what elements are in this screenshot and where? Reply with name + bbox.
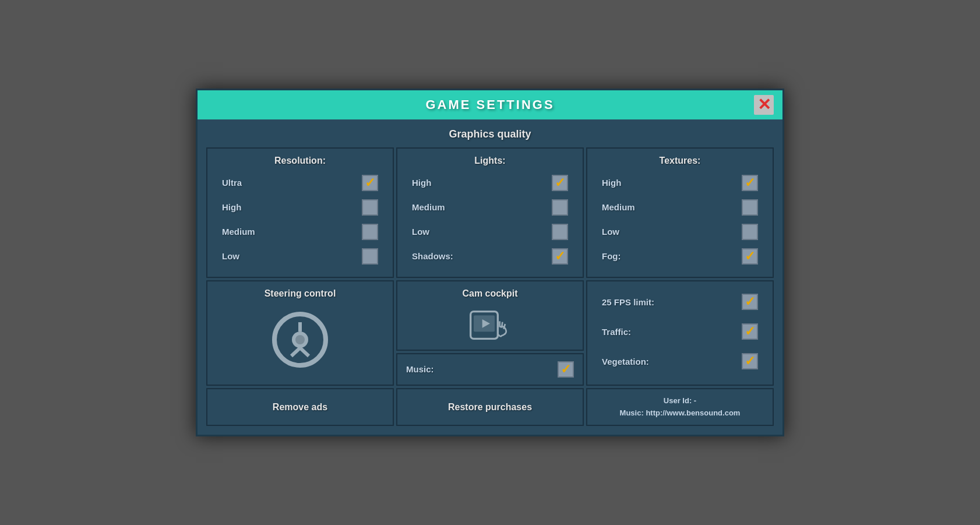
fog-checkbox[interactable] — [742, 248, 758, 265]
resolution-medium-label: Medium — [222, 227, 255, 237]
cam-panel: Cam cockpit — [396, 280, 584, 351]
fps-row: 25 FPS limit: — [596, 291, 764, 313]
music-checkbox[interactable] — [558, 361, 574, 378]
cam-cockpit-icon — [467, 308, 513, 343]
textures-high-label: High — [602, 178, 621, 188]
fog-row: Fog: — [596, 245, 764, 267]
resolution-title: Resolution: — [216, 156, 384, 166]
lights-medium-row: Medium — [406, 196, 574, 219]
restore-purchases-label: Restore purchases — [448, 402, 532, 413]
resolution-high-label: High — [222, 202, 241, 212]
resolution-low-checkbox[interactable] — [362, 248, 378, 265]
fog-label: Fog: — [602, 251, 621, 261]
textures-medium-checkbox[interactable] — [742, 199, 758, 216]
remove-ads-label: Remove ads — [273, 402, 327, 413]
fps-label: 25 FPS limit: — [602, 297, 654, 307]
vegetation-label: Vegetation: — [602, 357, 649, 367]
textures-low-checkbox[interactable] — [742, 224, 758, 240]
dialog-body: Graphics quality Resolution: Ultra High … — [198, 119, 782, 435]
user-id-text: User Id: - — [664, 395, 696, 407]
textures-low-row: Low — [596, 221, 764, 243]
lights-panel: Lights: High Medium Low Shadows: — [396, 147, 584, 278]
resolution-ultra-checkbox[interactable] — [362, 175, 378, 191]
resolution-medium-checkbox[interactable] — [362, 224, 378, 240]
lights-high-row: High — [406, 172, 574, 194]
textures-panel: Textures: High Medium Low Fog: — [586, 147, 774, 278]
resolution-low-label: Low — [222, 251, 239, 261]
vegetation-row: Vegetation: — [596, 350, 764, 372]
textures-high-checkbox[interactable] — [742, 175, 758, 191]
textures-high-row: High — [596, 172, 764, 194]
resolution-ultra-row: Ultra — [216, 172, 384, 194]
svg-point-5 — [295, 335, 305, 344]
lights-medium-checkbox[interactable] — [552, 199, 568, 216]
lights-high-label: High — [412, 178, 431, 188]
graphics-quality-grid: Resolution: Ultra High Medium Low — [206, 147, 774, 278]
resolution-high-checkbox[interactable] — [362, 199, 378, 216]
steering-title: Steering control — [265, 288, 336, 299]
shadows-row: Shadows: — [406, 245, 574, 267]
textures-medium-label: Medium — [602, 202, 635, 212]
lights-low-checkbox[interactable] — [552, 224, 568, 240]
lights-low-label: Low — [412, 227, 429, 237]
vegetation-checkbox[interactable] — [742, 353, 758, 369]
lights-low-row: Low — [406, 221, 574, 243]
bottom-section: Steering control Cam cockpit — [206, 280, 774, 386]
game-settings-dialog: GAME SETTINGS ✕ Graphics quality Resolut… — [196, 89, 784, 437]
shadows-checkbox[interactable] — [552, 248, 568, 265]
dialog-title: GAME SETTINGS — [425, 97, 554, 112]
cam-title: Cam cockpit — [462, 288, 517, 299]
resolution-medium-row: Medium — [216, 221, 384, 243]
right-options-panel: 25 FPS limit: Traffic: Vegetation: — [586, 280, 774, 386]
textures-low-label: Low — [602, 227, 619, 237]
music-label: Music: — [406, 364, 434, 374]
traffic-checkbox[interactable] — [742, 323, 758, 340]
music-panel: Music: — [396, 353, 584, 386]
lights-high-checkbox[interactable] — [552, 175, 568, 191]
shadows-label: Shadows: — [412, 251, 453, 261]
resolution-panel: Resolution: Ultra High Medium Low — [206, 147, 394, 278]
steering-panel: Steering control — [206, 280, 394, 386]
lights-medium-label: Medium — [412, 202, 445, 212]
svg-line-3 — [291, 348, 300, 356]
textures-title: Textures: — [596, 156, 764, 166]
traffic-row: Traffic: — [596, 320, 764, 343]
svg-line-4 — [300, 348, 309, 356]
dialog-header: GAME SETTINGS ✕ — [198, 90, 782, 119]
bottom-buttons-row: Remove ads Restore purchases User Id: - … — [206, 388, 774, 427]
traffic-label: Traffic: — [602, 327, 631, 337]
music-credit-text: Music: http://www.bensound.com — [620, 407, 741, 420]
remove-ads-button[interactable]: Remove ads — [206, 388, 394, 427]
close-button[interactable]: ✕ — [754, 95, 774, 115]
restore-purchases-button[interactable]: Restore purchases — [396, 388, 584, 427]
resolution-ultra-label: Ultra — [222, 178, 242, 188]
section-title-graphics: Graphics quality — [206, 128, 774, 140]
lights-title: Lights: — [406, 156, 574, 166]
textures-medium-row: Medium — [596, 196, 764, 219]
resolution-low-row: Low — [216, 245, 384, 267]
fps-checkbox[interactable] — [742, 294, 758, 310]
steering-wheel-icon — [271, 311, 329, 369]
user-info-panel: User Id: - Music: http://www.bensound.co… — [586, 388, 774, 427]
resolution-high-row: High — [216, 196, 384, 219]
svg-line-10 — [502, 322, 502, 327]
